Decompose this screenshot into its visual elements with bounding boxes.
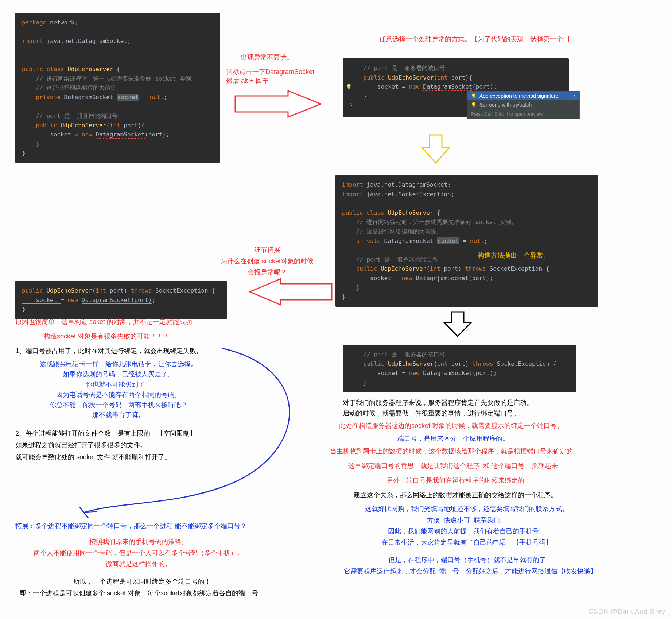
- quickfix-surround-trycatch[interactable]: 💡 Surround with try/catch: [467, 100, 579, 109]
- ann-detail: 细节拓展 为什么在创建 socket对象的时候 会报异常呢？: [221, 244, 314, 278]
- quickfix-popup: 💡 Add exception to method signature › 💡 …: [467, 91, 580, 119]
- kw: package: [22, 19, 50, 26]
- ann-exception-hint: 出现异常不要慌。: [241, 53, 293, 62]
- error-bulb-icon: 💡: [471, 102, 477, 108]
- left-p1: 原因也很简单，这里构造 soket 的对象，并不是一定就能成功: [15, 317, 192, 326]
- r-p3: 端口号，是用来区分一个应用程序的。: [397, 434, 509, 443]
- arrow-down-black: [441, 310, 474, 339]
- arrow-left-red: [248, 277, 335, 306]
- code-block-3: import java.net.DatagramSocket; import j…: [335, 175, 598, 307]
- arrow-right-red-1: [233, 89, 328, 119]
- arrow-down-yellow: [419, 133, 452, 166]
- hand-drawn-curve: [69, 345, 332, 523]
- r-p9: 但是，在程序中，端口号（手机号）就不是早就有的了！ 它需要程序运行起来，才会分配…: [332, 554, 609, 577]
- left-ext1: 拓展：多个进程不能绑定同一个端口号，那么一个进程 能不能绑定多个端口号？: [15, 522, 247, 530]
- r-p1: 对于我们的服务器程序来说，服务器程序肯定首先要做的是启动。 启动的时候，就需要做…: [343, 398, 533, 419]
- ann-alt-enter: 鼠标点击一下DatagramSocket 然后 alt + 回车: [226, 67, 314, 85]
- left-ext2: 按照我们原来的手机号码的策略。 两个人不能使用同一个号码，但是一个人可以有多个号…: [29, 536, 248, 570]
- quickfix-add-exception[interactable]: 💡 Add exception to method signature ›: [467, 92, 579, 100]
- left-p2: 构造socket 对象是有很多失败的可能！！！: [44, 332, 170, 341]
- left-ext3: 所以，一个进程是可以同时绑定多个端口号的！ 即：一个进程是可以创建多个 sock…: [15, 576, 270, 599]
- watermark: CSDN @Dark And Grey: [589, 608, 665, 615]
- r-p7: 建立这个关系，那么网络上的数据才能被正确的交给这样的一个程序。: [354, 491, 557, 499]
- code-block-1: package network; import java.net.Datagra…: [15, 13, 220, 163]
- r-p5: 这里绑定端口号的意思：就是让我们这个程序 和 这个端口号 关联起来: [348, 461, 558, 470]
- r-p6: 另外，端口号是我们在运行程序的时候来绑定的: [387, 476, 524, 485]
- r-p8: 这就好比网购，我们光填写地址还不够，还需要填写我们的联系方式。 方便 快递小哥 …: [335, 503, 598, 548]
- error-bulb-icon: 💡: [346, 84, 352, 90]
- r-p4: 当主机收到网卡上的数据的时候，这个数据该给那个程序，就是根据端口号来确定的。: [330, 447, 579, 456]
- ann-choose-handler: 任意选择一个处理异常的方式。【为了代码的美观，选择第一个 】: [379, 35, 573, 43]
- code-block-4: // port 是 服务器的端口号 public UdpEchoServer(i…: [343, 345, 576, 392]
- code-block-5: public UdpEchoServer(int port) throws So…: [15, 281, 227, 319]
- lightbulb-icon: 💡: [471, 93, 477, 99]
- quickfix-hint: Press Ctrl+Shift+I to open preview: [467, 109, 579, 119]
- ann-constructor-throws: 构造方法抛出一个异常。: [478, 251, 550, 260]
- r-p2: 此处在构造服务器这边的socket 对象的时候，就需要显示的绑定一个端口号。: [339, 421, 563, 430]
